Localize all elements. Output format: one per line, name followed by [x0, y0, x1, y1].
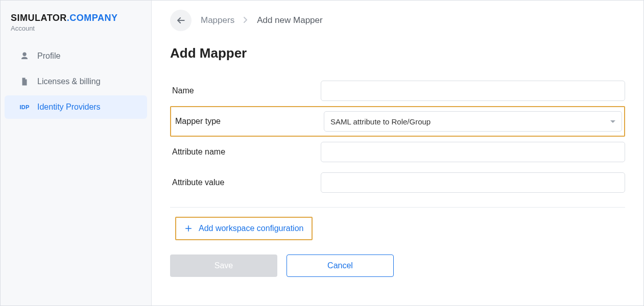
save-button[interactable]: Save	[170, 254, 277, 277]
sidebar-nav: Profile Licenses & billing IDP Identity …	[1, 43, 151, 120]
app-root: SIMULATOR.COMPANY Account Profile Licens…	[0, 0, 644, 306]
user-icon	[19, 52, 30, 61]
idp-icon: IDP	[19, 104, 30, 110]
name-label: Name	[170, 86, 321, 95]
chevron-right-icon	[244, 17, 248, 24]
sidebar-item-profile[interactable]: Profile	[5, 44, 147, 68]
arrow-left-icon	[176, 15, 186, 26]
add-config-label: Add workspace configuration	[199, 224, 303, 233]
add-workspace-configuration-button[interactable]: Add workspace configuration	[180, 222, 307, 235]
name-input[interactable]	[321, 81, 625, 101]
breadcrumb-root[interactable]: Mappers	[201, 15, 234, 26]
brand: SIMULATOR.COMPANY	[1, 10, 151, 24]
back-button[interactable]	[170, 10, 192, 31]
attribute-value-input[interactable]	[321, 172, 625, 193]
sidebar-item-label: Licenses & billing	[37, 77, 101, 86]
form-row-mapper-type: Mapper type SAML attribute to Role/Group	[170, 106, 625, 137]
mapper-type-value: SAML attribute to Role/Group	[330, 117, 431, 126]
attribute-name-input[interactable]	[321, 142, 625, 162]
sidebar-item-label: Profile	[37, 52, 60, 61]
brand-part2: .COMPANY	[67, 13, 118, 23]
page-title: Add Mapper	[170, 45, 625, 61]
sidebar-item-licenses[interactable]: Licenses & billing	[5, 70, 147, 93]
sidebar-item-label: Identity Providers	[37, 103, 101, 112]
divider	[170, 207, 625, 208]
mapper-form: Name Mapper type SAML attribute to Role/…	[170, 75, 625, 277]
breadcrumb: Mappers Add new Mapper	[170, 10, 625, 31]
mapper-type-select[interactable]: SAML attribute to Role/Group	[324, 111, 622, 132]
mapper-type-label: Mapper type	[173, 117, 324, 126]
cancel-button[interactable]: Cancel	[287, 254, 394, 277]
main-content: Mappers Add new Mapper Add Mapper Name M…	[152, 1, 643, 305]
form-row-name: Name	[170, 75, 625, 106]
add-config-highlight: Add workspace configuration	[175, 217, 313, 240]
sidebar-item-identity-providers[interactable]: IDP Identity Providers	[5, 95, 147, 119]
brand-part1: SIMULATOR	[11, 13, 67, 23]
brand-subtitle: Account	[1, 24, 151, 43]
sidebar: SIMULATOR.COMPANY Account Profile Licens…	[1, 1, 152, 305]
idp-badge: IDP	[19, 104, 29, 110]
chevron-down-icon	[610, 120, 615, 123]
attribute-name-label: Attribute name	[170, 147, 321, 157]
form-actions: Save Cancel	[170, 254, 625, 277]
attribute-value-label: Attribute value	[170, 178, 321, 187]
file-icon	[19, 77, 30, 86]
plus-icon	[184, 224, 193, 233]
form-row-attribute-name: Attribute name	[170, 137, 625, 167]
form-row-attribute-value: Attribute value	[170, 167, 625, 198]
breadcrumb-current: Add new Mapper	[257, 15, 323, 26]
